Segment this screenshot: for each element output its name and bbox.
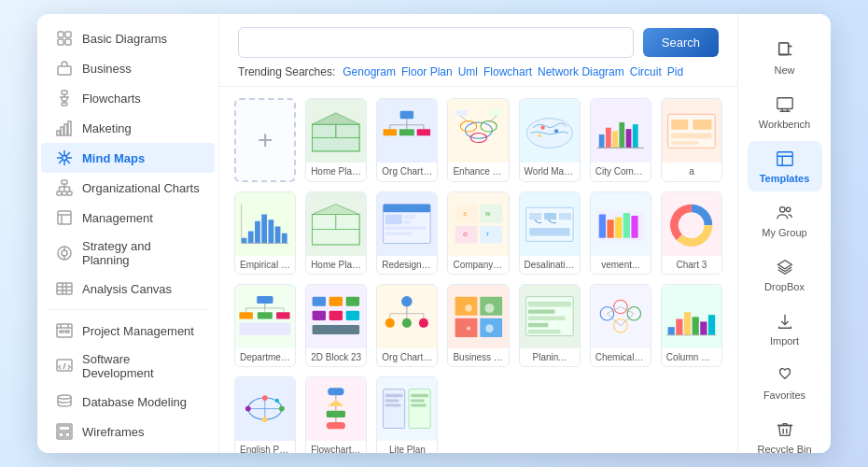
template-label: 2D Block 23 (306, 348, 366, 366)
svg-point-157 (485, 325, 494, 333)
right-sidebar-item-workbench[interactable]: Workbench (748, 87, 822, 137)
trending-tag-flowchart[interactable]: Flowchart (483, 65, 532, 78)
trending-tag-uml[interactable]: Uml (458, 65, 478, 78)
template-card[interactable]: Redesign Website... (376, 191, 438, 275)
svg-text:T: T (485, 232, 489, 237)
sidebar-item-organizational-charts[interactable]: Organizational Charts (41, 173, 215, 203)
svg-rect-1 (65, 32, 71, 37)
trending-tag-genogram[interactable]: Genogram (343, 65, 396, 78)
svg-marker-96 (313, 205, 360, 215)
template-card[interactable]: Flowchart Sample (305, 376, 367, 453)
svg-rect-199 (412, 394, 429, 398)
template-card[interactable]: Chart 3 (661, 191, 722, 275)
right-sidebar-item-import[interactable]: Import (748, 304, 822, 354)
template-card[interactable]: Org Chart Set 2 (376, 284, 438, 367)
sidebar-item-management[interactable]: Management (41, 203, 215, 233)
svg-rect-8 (57, 131, 60, 135)
template-label: Lite Plan (377, 441, 437, 453)
sidebar-label-organizational-charts: Organizational Charts (82, 181, 200, 195)
template-card[interactable]: Org Chart Set 3 (376, 98, 438, 182)
right-label-favorites: Favorites (763, 389, 805, 401)
template-card[interactable]: SWOTCompany SWOT (447, 191, 509, 275)
sidebar-item-software-dev[interactable]: Software Development (41, 346, 215, 387)
svg-point-148 (402, 318, 412, 328)
svg-rect-162 (528, 323, 549, 327)
svg-rect-86 (261, 215, 267, 244)
template-card[interactable]: Enhance Competit... (447, 98, 509, 182)
template-card[interactable]: Planin... (519, 284, 581, 367)
sidebar-item-maketing[interactable]: Maketing (41, 113, 215, 143)
svg-rect-200 (412, 400, 425, 403)
template-card[interactable]: English Part Of Sp... (234, 376, 296, 453)
svg-point-184 (262, 417, 268, 423)
sidebar-item-basic-diagrams[interactable]: Basic Diagrams (41, 23, 215, 53)
template-card[interactable]: Desalination Experi... (519, 191, 581, 275)
svg-point-156 (466, 327, 469, 331)
sidebar-item-mind-maps[interactable]: Mind Maps (41, 143, 215, 173)
right-sidebar-item-dropbox[interactable]: DropBox (748, 249, 822, 300)
template-label: Planin... (520, 348, 580, 366)
svg-rect-131 (258, 313, 273, 319)
template-card[interactable]: Department Org Chart (234, 284, 296, 367)
svg-rect-118 (599, 215, 606, 238)
template-card[interactable]: Column Chart an... (661, 284, 722, 367)
svg-rect-175 (693, 318, 699, 335)
template-card[interactable]: Empirical Probability (234, 191, 296, 275)
sidebar-item-flowcharts[interactable]: Flowcharts (41, 83, 215, 113)
sidebar-item-database-modeling[interactable]: Database Modeling (41, 387, 215, 417)
svg-point-35 (58, 395, 71, 399)
template-card[interactable]: 2D Block 23 (305, 284, 367, 367)
template-label: Home Plan 3 (306, 256, 366, 274)
svg-rect-133 (240, 323, 291, 335)
template-card[interactable]: City Competitne... (590, 98, 651, 182)
right-label-my-group: My Group (762, 227, 806, 238)
add-new-card[interactable]: + (234, 98, 296, 182)
svg-rect-121 (623, 213, 630, 238)
sidebar-item-business[interactable]: Business (41, 53, 215, 83)
sidebar-item-project-management[interactable]: Project Management (41, 316, 215, 346)
template-thumbnail (662, 285, 721, 348)
template-card[interactable]: Lite Plan (376, 376, 438, 453)
svg-marker-6 (61, 97, 68, 101)
trending-row: Trending Searches: GenogramFloor PlanUml… (238, 65, 719, 78)
template-card[interactable]: Home Plan 1 (305, 98, 367, 182)
svg-rect-135 (329, 297, 343, 306)
template-thumbnail (306, 285, 366, 348)
svg-rect-116 (529, 228, 569, 236)
trending-tag-pid[interactable]: Pid (667, 65, 683, 78)
sidebar-item-strategy-planning[interactable]: Strategy and Planning (41, 233, 215, 274)
template-label: Department Org Chart (235, 348, 295, 366)
right-sidebar-item-favorites[interactable]: Favorites (748, 358, 822, 408)
template-label: Desalination Experi... (520, 256, 580, 274)
template-card[interactable]: World Map 2 (519, 98, 581, 182)
project-management-icon (56, 322, 73, 339)
sidebar-item-analysis-canvas[interactable]: Analysis Canvas (41, 274, 215, 304)
template-card[interactable]: Business Matrix ... (447, 284, 509, 367)
svg-point-27 (62, 250, 67, 256)
template-card[interactable]: Home Plan 3 (305, 191, 367, 275)
template-thumbnail (235, 192, 295, 256)
sidebar-item-info-technique[interactable]: Information Technique (41, 446, 215, 453)
trending-tag-circuit[interactable]: Circuit (630, 65, 662, 78)
template-card[interactable]: vement... (590, 191, 651, 275)
sidebar-item-wireframes[interactable]: Wireframes (41, 417, 215, 446)
right-sidebar-item-templates[interactable]: Templates (748, 141, 822, 191)
right-sidebar-item-my-group[interactable]: My Group (748, 195, 822, 246)
management-icon (56, 209, 73, 226)
search-button[interactable]: Search (643, 28, 719, 57)
right-sidebar-item-new[interactable]: New (748, 33, 822, 83)
template-card[interactable]: a (661, 98, 722, 182)
right-sidebar-item-recycle-bin[interactable]: Recycle Bin (748, 412, 822, 453)
svg-rect-11 (68, 121, 71, 135)
trending-tag-network-diagram[interactable]: Network Diagram (538, 65, 624, 78)
template-card[interactable]: Chemical Experim... (590, 284, 651, 367)
svg-rect-82 (671, 142, 698, 146)
svg-rect-139 (346, 311, 359, 320)
search-input[interactable] (238, 27, 634, 58)
svg-rect-4 (58, 66, 71, 75)
right-label-recycle-bin: Recycle Bin (757, 444, 811, 453)
sidebar-label-analysis-canvas: Analysis Canvas (82, 282, 172, 296)
trending-tag-floor-plan[interactable]: Floor Plan (401, 65, 453, 78)
svg-rect-203 (778, 43, 788, 55)
template-thumbnail (520, 285, 580, 348)
